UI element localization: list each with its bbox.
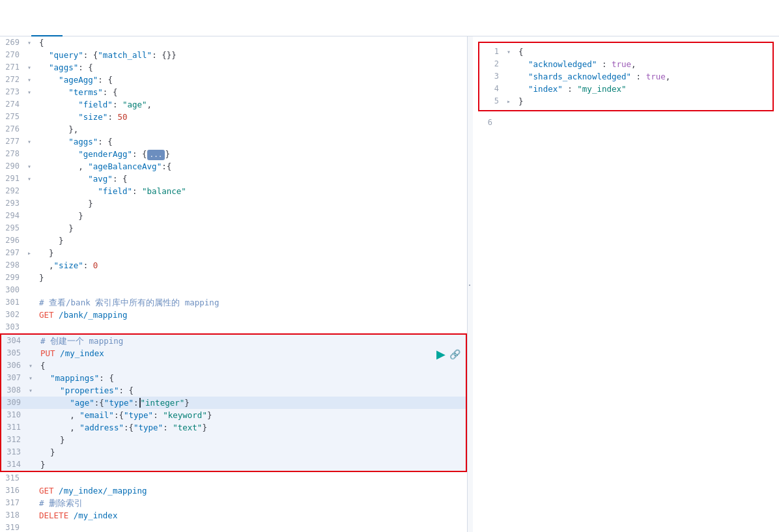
editor-line: 316GET /my_index/_mapping — [0, 484, 467, 497]
line-content: } — [38, 458, 466, 471]
line-number: 294 — [0, 210, 27, 222]
fold-gutter[interactable]: ▾ — [27, 86, 36, 98]
line-number: 303 — [0, 321, 27, 333]
line-number: 318 — [0, 509, 27, 522]
line-content: "genderAgg": {...} — [36, 148, 467, 160]
line-number: 6 — [473, 117, 500, 129]
fold-gutter[interactable]: ▾ — [507, 46, 516, 58]
editor-line: 310 , "email":{"type": "keyword"} — [1, 409, 466, 421]
editor-line: 309 "age":{"type":"integer"} — [1, 397, 466, 409]
editor-line: 300 — [0, 284, 467, 296]
panel-divider[interactable]: ⋮ — [468, 36, 473, 532]
editor-line: 291▾ "avg": { — [0, 173, 467, 185]
editor-line: 303 — [0, 321, 467, 333]
line-number: 300 — [0, 284, 27, 296]
line-content: } — [36, 222, 467, 234]
line-number: 1 — [479, 46, 507, 58]
fold-gutter[interactable]: ▾ — [29, 359, 38, 372]
response-area[interactable]: 1▾{2 "acknowledged" : true,3 "shards_ack… — [473, 36, 779, 532]
editor-line: 290▾ , "ageBalanceAvg":{ — [0, 160, 467, 173]
line-number: 269 — [0, 36, 27, 49]
response-line: 5▸} — [479, 95, 772, 107]
editor-line: 305PUT /my_index▶🔗 — [1, 347, 466, 359]
line-content: } — [36, 210, 467, 222]
line-content: GET /bank/_mapping — [36, 309, 467, 321]
editor-line: 272▾ "ageAgg": { — [0, 74, 467, 86]
line-number: 273 — [0, 86, 27, 98]
editor-line: 270 "query": {"match_all": {}} — [0, 49, 467, 61]
line-content: } — [36, 197, 467, 210]
line-content: ,"size": 0 — [36, 259, 467, 272]
line-number: 297 — [0, 247, 27, 259]
fold-gutter[interactable]: ▾ — [27, 173, 36, 185]
line-content: } — [38, 446, 466, 458]
line-content: DELETE /my_index — [36, 509, 467, 522]
editor-line: 317# 删除索引 — [0, 497, 467, 509]
line-content: # 查看/bank 索引库中所有的属性的 mapping — [36, 296, 467, 309]
top-navigation — [0, 0, 779, 36]
editor-area[interactable]: 269▾{270 "query": {"match_all": {}}271▾ … — [0, 36, 467, 532]
fold-gutter[interactable]: ▾ — [29, 372, 38, 384]
editor-line: 302GET /bank/_mapping — [0, 309, 467, 321]
line-content: "aggs": { — [36, 135, 467, 148]
response-line: 3 "shards_acknowledged" : true, — [479, 70, 772, 83]
editor-line: 312 } — [1, 434, 466, 446]
fold-gutter[interactable]: ▾ — [27, 160, 36, 173]
editor-line: 307▾ "mappings": { — [1, 372, 466, 384]
line-number: 4 — [479, 83, 507, 95]
line-content: # 创建一个 mapping — [38, 335, 466, 347]
line-number: 307 — [1, 372, 29, 384]
editor-line: 304# 创建一个 mapping — [1, 335, 466, 347]
editor-line: 306▾{ — [1, 359, 466, 372]
line-number: 305 — [1, 347, 29, 359]
line-number: 291 — [0, 173, 27, 185]
fold-gutter[interactable]: ▾ — [27, 36, 36, 49]
editor-line: 278 "genderAgg": {...} — [0, 148, 467, 160]
line-number: 295 — [0, 222, 27, 234]
editor-line: 273▾ "terms": { — [0, 86, 467, 98]
line-number: 306 — [1, 359, 29, 372]
line-content: "terms": { — [36, 86, 467, 98]
line-content: "acknowledged" : true, — [516, 58, 772, 70]
line-content: PUT /my_index — [38, 347, 466, 359]
copy-as-curl-button[interactable]: 🔗 — [449, 349, 460, 359]
editor-line: 275 "size": 50 — [0, 111, 467, 123]
fold-gutter[interactable]: ▾ — [27, 61, 36, 74]
tab-console[interactable] — [0, 1, 31, 36]
line-content: "properties": { — [38, 384, 466, 397]
response-line: 6 — [473, 117, 779, 129]
editor-line: 292 "field": "balance" — [0, 185, 467, 197]
run-button[interactable]: ▶ — [436, 347, 446, 361]
fold-gutter[interactable]: ▸ — [507, 95, 516, 107]
line-number: 316 — [0, 484, 27, 497]
tab-search-profiler[interactable] — [31, 1, 63, 36]
line-number: 311 — [1, 421, 29, 434]
selected-response-block: 1▾{2 "acknowledged" : true,3 "shards_ack… — [478, 42, 774, 111]
line-number: 298 — [0, 259, 27, 272]
line-number: 304 — [1, 335, 29, 347]
response-panel: 1▾{2 "acknowledged" : true,3 "shards_ack… — [473, 36, 779, 532]
collapsed-badge[interactable]: ... — [147, 150, 165, 160]
line-number: 276 — [0, 123, 27, 135]
line-content: "query": {"match_all": {}} — [36, 49, 467, 61]
editor-line: 299} — [0, 272, 467, 284]
line-number: 277 — [0, 135, 27, 148]
line-content: "shards_acknowledged" : true, — [516, 70, 772, 83]
fold-gutter[interactable]: ▸ — [27, 247, 36, 259]
line-number: 302 — [0, 309, 27, 321]
editor-line: 277▾ "aggs": { — [0, 135, 467, 148]
editor-line: 311 , "address":{"type": "text"} — [1, 421, 466, 434]
line-content: } — [36, 247, 467, 259]
line-number: 310 — [1, 409, 29, 421]
line-content: , "email":{"type": "keyword"} — [38, 409, 466, 421]
editor-line: 308▾ "properties": { — [1, 384, 466, 397]
fold-gutter[interactable]: ▾ — [27, 135, 36, 148]
line-content: } — [38, 434, 466, 446]
fold-gutter[interactable]: ▾ — [29, 384, 38, 397]
line-content: GET /my_index/_mapping — [36, 484, 467, 497]
selected-request-block: 304# 创建一个 mapping305PUT /my_index▶🔗306▾{… — [0, 333, 467, 472]
tab-grok-debugger[interactable] — [63, 1, 94, 36]
editor-line: 313 } — [1, 446, 466, 458]
line-content: "mappings": { — [38, 372, 466, 384]
fold-gutter[interactable]: ▾ — [27, 74, 36, 86]
